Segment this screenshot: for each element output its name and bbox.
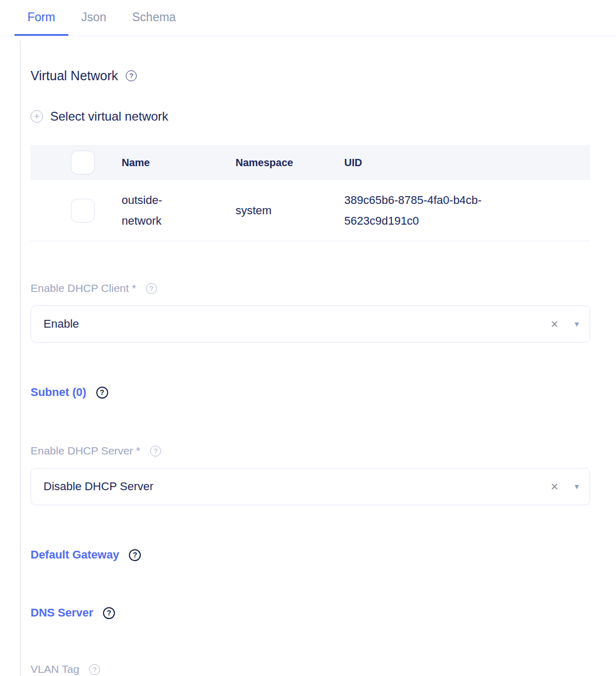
subnet-label: Subnet (0) — [31, 385, 86, 400]
help-icon[interactable]: ? — [96, 387, 108, 399]
virtual-network-section-heading: Virtual Network ? — [31, 67, 590, 84]
select-all-checkbox[interactable] — [71, 151, 95, 174]
column-header-name: Name — [122, 157, 236, 169]
row-checkbox-cell — [31, 199, 122, 223]
dhcp-server-value: Disable DHCP Server — [43, 480, 543, 493]
dhcp-client-label-row: Enable DHCP Client * ? — [31, 282, 590, 295]
subnet-section-row: Subnet (0) ? — [31, 385, 590, 400]
dhcp-server-label-row: Enable DHCP Server * ? — [31, 444, 590, 458]
dhcp-client-label: Enable DHCP Client * — [31, 282, 136, 295]
header-checkbox-cell — [31, 151, 122, 174]
plus-circle-icon: + — [31, 110, 43, 123]
row-checkbox[interactable] — [71, 199, 95, 223]
tab-form[interactable]: Form — [14, 0, 68, 36]
column-header-namespace: Namespace — [236, 157, 344, 169]
cell-name-value: outside-network — [122, 190, 202, 231]
cell-name: outside-network — [122, 190, 236, 231]
tab-json[interactable]: Json — [68, 0, 120, 36]
caret-down-icon[interactable]: ▼ — [566, 320, 580, 328]
default-gateway-section-row: Default Gateway ? — [31, 548, 590, 562]
dns-server-label: DNS Server — [31, 606, 93, 620]
dhcp-server-select[interactable]: Disable DHCP Server ✕ ▼ — [31, 468, 590, 505]
dns-server-section-row: DNS Server ? — [31, 606, 590, 620]
vlan-tag-label-row: VLAN Tag ? — [31, 663, 590, 676]
help-icon[interactable]: ? — [89, 664, 100, 675]
tab-bar: Form Json Schema — [0, 0, 616, 36]
column-header-uid: UID — [344, 157, 590, 169]
table-row[interactable]: outside-network system 389c65b6-8785-4fa… — [31, 180, 590, 241]
default-gateway-label: Default Gateway — [31, 548, 119, 562]
table-header-row: Name Namespace UID — [31, 145, 590, 180]
vlan-tag-label: VLAN Tag — [31, 663, 79, 676]
virtual-network-table: Name Namespace UID outside-network syste… — [31, 145, 590, 241]
dhcp-server-label: Enable DHCP Server * — [31, 444, 140, 458]
help-icon[interactable]: ? — [126, 70, 137, 81]
cell-namespace: system — [236, 200, 344, 221]
virtual-network-title: Virtual Network — [31, 67, 118, 84]
cell-uid: 389c65b6-8785-4fa0-b4cb-5623c9d191c0 — [344, 190, 590, 231]
cell-uid-value: 389c65b6-8785-4fa0-b4cb-5623c9d191c0 — [344, 190, 515, 231]
help-icon[interactable]: ? — [129, 549, 141, 561]
dhcp-client-value: Enable — [43, 317, 543, 331]
select-virtual-network-label: Select virtual network — [50, 109, 168, 124]
select-virtual-network-button[interactable]: + Select virtual network — [31, 109, 590, 124]
tab-schema[interactable]: Schema — [119, 0, 188, 36]
caret-down-icon[interactable]: ▼ — [566, 482, 580, 491]
help-icon[interactable]: ? — [150, 446, 161, 457]
form-content: Virtual Network ? + Select virtual netwo… — [20, 40, 616, 676]
clear-icon[interactable]: ✕ — [543, 318, 566, 330]
help-icon[interactable]: ? — [146, 283, 157, 294]
dhcp-client-select[interactable]: Enable ✕ ▼ — [31, 305, 590, 343]
help-icon[interactable]: ? — [103, 607, 115, 619]
clear-icon[interactable]: ✕ — [543, 481, 566, 493]
